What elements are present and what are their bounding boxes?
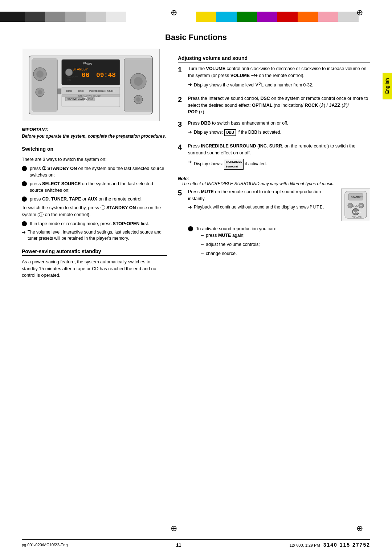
two-column-layout: STANDBY 06 09:48 DBB DSC INCREDIBLE SUR+… <box>22 49 370 281</box>
power-saving-heading: Power-saving automatic standby <box>22 248 167 256</box>
volume-memory-note: ➜ The volume level, interactive sound se… <box>22 229 167 242</box>
svg-text:VOLUME: VOLUME <box>352 216 362 218</box>
power-saving-text: As a power-saving feature, the system au… <box>22 259 167 279</box>
footer-date: 12/7/00, 1:29 PM <box>290 543 320 547</box>
footer-center-page-num: 11 <box>176 542 181 548</box>
step-4-content: Press INCREDIBLE SURROUND (INC. SURR. on… <box>188 143 370 172</box>
step-5-arrow-note: ➜ Playback will continue without sound a… <box>188 204 337 211</box>
color-swatch-pink <box>318 12 338 22</box>
color-swatch-white <box>106 12 126 22</box>
footer-right-section: 12/7/00, 1:29 PM 3140 115 27752 <box>290 542 370 548</box>
bullet-item-select-source: press SELECT SOURCE on the system and th… <box>22 181 167 194</box>
svg-text:−: − <box>349 204 351 207</box>
bullet-item-tape: If in tape mode or recording mode, press… <box>22 220 167 227</box>
step-3-content: Press DBB to switch bass enhancement on … <box>188 120 370 138</box>
svg-text:+: + <box>360 204 362 207</box>
bullet-dot <box>22 181 27 186</box>
page-title: Basic Functions <box>22 33 370 42</box>
bullet-activate-sound: To activate sound reproduction you can: … <box>188 226 370 259</box>
arrow-icon: ➜ <box>188 129 192 136</box>
adjusting-volume-heading: Adjusting volume and sound <box>178 55 370 62</box>
svg-text:INTERACTIVE SOUND: INTERACTIVE SOUND <box>78 95 101 97</box>
registration-mark-bottom-right: ⊕ <box>356 524 363 533</box>
color-swatch-red <box>277 12 298 22</box>
device-diagram-svg: STANDBY 06 09:48 DBB DSC INCREDIBLE SUR+… <box>25 52 156 118</box>
registration-mark-top-left: ⊕ <box>171 8 177 17</box>
color-swatch-yellow <box>196 12 216 22</box>
registration-mark-top-right: ⊕ <box>356 8 363 17</box>
step-5-row: Press MUTE on the remote control to inte… <box>188 189 370 221</box>
svg-text:STANDBY: STANDBY <box>66 76 78 78</box>
svg-point-5 <box>38 90 42 94</box>
svg-text:STOP•PLAY•REW: STOP•PLAY•REW <box>67 98 88 101</box>
color-swatch-magenta <box>257 12 277 22</box>
step-3-number: 3 <box>178 120 184 129</box>
incredible-surround-note: Note: – The effect of INCREDIBLE SURROUN… <box>178 176 370 186</box>
switching-on-heading: Switching on <box>22 146 167 153</box>
step-1-number: 1 <box>178 65 184 74</box>
svg-text:VOL: VOL <box>353 204 358 207</box>
bullet-item-cd-tuner: press CD, TUNER, TAPE or AUX on the remo… <box>22 196 167 202</box>
dbb-badge: DBB <box>224 129 236 137</box>
bullet-dot <box>22 197 27 202</box>
device-image: STANDBY 06 09:48 DBB DSC INCREDIBLE SUR+… <box>22 49 160 121</box>
color-swatch-ltgray <box>338 12 359 22</box>
subbullet-source: change source. <box>201 250 276 257</box>
step-1: 1 Turn the VOLUME control anti-clockwise… <box>178 65 370 91</box>
svg-point-27 <box>65 69 73 76</box>
subbullet-mute: press MUTE again; <box>201 232 276 239</box>
page-content: Basic Functions <box>22 29 370 526</box>
svg-text:ON: ON <box>67 79 71 81</box>
tape-note-bullet: If in tape mode or recording mode, press… <box>22 220 167 227</box>
svg-point-25 <box>136 97 140 102</box>
registration-mark-bottom-left: ⊕ <box>171 524 177 533</box>
color-swatch-green <box>237 12 257 22</box>
footer-product-code: 3140 115 27752 <box>323 542 370 548</box>
step-1-content: Turn the VOLUME control anti-clockwise t… <box>188 65 370 91</box>
svg-text:09:48: 09:48 <box>96 72 116 79</box>
color-swatch-gray3 <box>86 12 106 22</box>
page-footer: pg 001-020/MC10/22-Eng 11 12/7/00, 1:29 … <box>22 539 370 548</box>
svg-text:06: 06 <box>82 72 90 79</box>
arrow-icon: ➜ <box>188 81 192 88</box>
left-column: STANDBY 06 09:48 DBB DSC INCREDIBLE SUR+… <box>22 49 167 281</box>
bullet-dot <box>22 221 27 226</box>
step-2: 2 Press the Interactive sound control, D… <box>178 95 370 116</box>
step-5-content: Press MUTE on the remote control to inte… <box>188 189 370 221</box>
mute-display: MUTE <box>310 205 323 210</box>
bullet-dot <box>188 226 193 231</box>
activate-sound-subbullet: press MUTE again; adjust the volume cont… <box>201 232 276 257</box>
color-swatch-gray1 <box>45 12 65 22</box>
important-text: Before you operate the system, complete … <box>22 134 166 139</box>
standby-paragraph: To switch the system to standby, press ⓘ… <box>22 204 167 218</box>
step-2-number: 2 <box>178 95 184 104</box>
step-5-text: Press MUTE on the remote control to inte… <box>188 189 337 213</box>
svg-text:DIM: DIM <box>88 98 93 101</box>
color-swatch-orange <box>298 12 318 22</box>
arrow-icon: ➜ <box>22 229 26 236</box>
color-bar-right <box>196 12 359 22</box>
mute-remote-image: STAND MUTE − + VOL <box>341 189 370 221</box>
step-4: 4 Press INCREDIBLE SURROUND (INC. SURR. … <box>178 143 370 172</box>
important-box: IMPORTANT: Before you operate the system… <box>22 126 167 139</box>
surround-badge: INCREDIBLESurround <box>224 159 244 170</box>
svg-point-23 <box>134 77 143 86</box>
right-column: Adjusting volume and sound 1 Turn the VO… <box>178 49 370 261</box>
svg-text:MUTE: MUTE <box>353 210 362 214</box>
note-label: Note: <box>178 176 189 181</box>
svg-text:STANDBY: STANDBY <box>73 68 88 72</box>
step-1-arrow-note: ➜ Display shows the volume level VOL and… <box>188 81 370 89</box>
step-5: 5 Press MUTE on the remote control to in… <box>178 189 370 221</box>
svg-text:DBB: DBB <box>66 89 72 93</box>
color-swatch-gray2 <box>65 12 86 22</box>
footer-left-text: pg 001-020/MC10/22-Eng <box>22 543 68 547</box>
color-swatch-black1 <box>0 12 25 22</box>
step-3: 3 Press DBB to switch bass enhancement o… <box>178 120 370 138</box>
svg-point-3 <box>36 70 44 78</box>
color-swatch-black2 <box>25 12 45 22</box>
svg-text:MUTE: MUTE <box>356 196 363 198</box>
switching-on-bullets: press ➀ STANDBY ON on the system and the… <box>22 165 167 203</box>
arrow-icon: ➜ <box>188 159 192 166</box>
step-4-number: 4 <box>178 143 184 151</box>
bullet-dot <box>22 166 27 171</box>
